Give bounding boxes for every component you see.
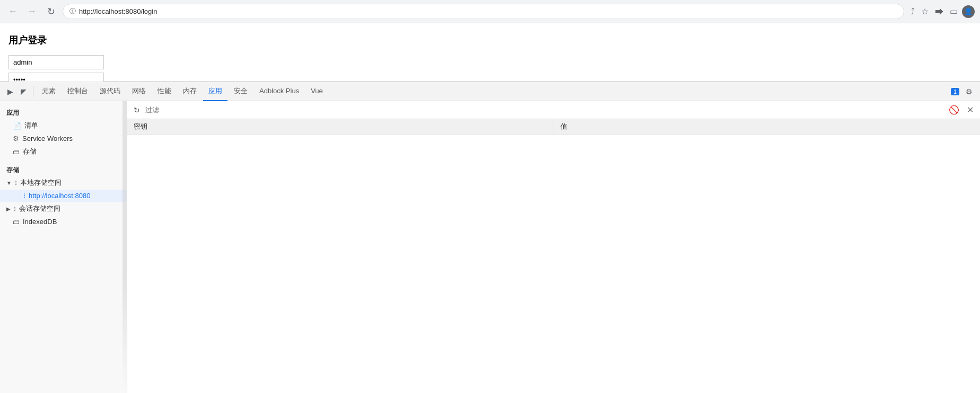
sidebar-item-indexeddb[interactable]: 🗃 IndexedDB: [0, 216, 127, 228]
sidebar-item-local-storage-label: 本地存储空间: [20, 178, 62, 187]
tab-security[interactable]: 安全: [229, 82, 253, 101]
address-bar[interactable]: ⓘ http://localhost:8080/login: [63, 4, 904, 19]
share-icon[interactable]: ⤴: [908, 5, 917, 19]
database-icon: 🗃: [13, 148, 20, 156]
devtools-settings-button[interactable]: ⚙: [962, 85, 976, 98]
sidebar-item-localhost-label: http://localhost:8080: [29, 192, 90, 200]
star-icon[interactable]: ☆: [919, 4, 931, 19]
split-icon[interactable]: ▭: [948, 4, 960, 19]
page-content: 用户登录 进入系统: [0, 23, 980, 82]
sidebar-section-storage: 存储: [0, 163, 127, 176]
devtools: ▶ ◤ 元素 控制台 源代码 网络 性能 内存 应用 安全 Adblock Pl…: [0, 82, 980, 393]
devtools-main-panel: ↻ 🚫 ✕ 密钥 值: [127, 101, 980, 393]
gear-icon: ⚙: [13, 135, 19, 142]
sidebar-item-indexeddb-label: IndexedDB: [23, 218, 57, 226]
tab-application[interactable]: 应用: [203, 82, 228, 101]
tab-performance[interactable]: 性能: [152, 82, 177, 101]
inspect-element-button[interactable]: ▶: [4, 85, 16, 98]
console-badge: 1: [951, 88, 959, 95]
chevron-right-icon: ▶: [6, 206, 11, 212]
session-grid-icon: ⁝: [14, 205, 16, 213]
sidebar-section-app: 应用: [0, 105, 127, 119]
manifest-icon: 📄: [13, 122, 21, 130]
sidebar-scrollbar[interactable]: [122, 101, 127, 393]
sidebar-item-service-workers-label: Service Workers: [22, 135, 73, 142]
reload-button[interactable]: ↻: [43, 4, 58, 19]
sidebar-item-storage-label: 存储: [23, 147, 37, 156]
browser-actions: ⤴ ☆ 🠲 ▭ 👤: [908, 4, 975, 19]
sidebar-item-session-storage-label: 会话存储空间: [19, 204, 60, 213]
panel-refresh-button[interactable]: ↻: [132, 105, 142, 115]
tab-console[interactable]: 控制台: [62, 82, 93, 101]
devtools-body: 应用 📄 清单 ⚙ Service Workers 🗃 存储 存储 ▼ ⁝ 本地…: [0, 101, 980, 393]
browser-chrome: ← → ↻ ⓘ http://localhost:8080/login ⤴ ☆ …: [0, 0, 980, 23]
filter-input[interactable]: [145, 106, 943, 114]
col-header-value: 值: [554, 119, 980, 135]
username-input[interactable]: [8, 55, 104, 69]
panel-close-button[interactable]: ✕: [965, 104, 976, 116]
extension-icon[interactable]: 🠲: [933, 5, 946, 19]
chevron-down-icon: ▼: [6, 180, 12, 186]
indexeddb-icon: 🗃: [13, 218, 20, 226]
sidebar-item-storage[interactable]: 🗃 存储: [0, 145, 127, 158]
back-button[interactable]: ←: [5, 4, 20, 19]
devtools-sidebar: 应用 📄 清单 ⚙ Service Workers 🗃 存储 存储 ▼ ⁝ 本地…: [0, 101, 127, 393]
table-wrapper: 密钥 值: [127, 119, 980, 393]
url-text: http://localhost:8080/login: [79, 7, 157, 15]
forward-button[interactable]: →: [24, 4, 39, 19]
data-table: 密钥 值: [127, 119, 980, 135]
toolbar-divider: [33, 86, 33, 97]
panel-clear-button[interactable]: 🚫: [947, 104, 961, 116]
profile-icon[interactable]: 👤: [962, 5, 975, 18]
sidebar-item-service-workers[interactable]: ⚙ Service Workers: [0, 132, 127, 145]
sidebar-item-localhost[interactable]: ⁝ http://localhost:8080: [0, 190, 127, 202]
col-header-key: 密钥: [127, 119, 554, 135]
devtools-toolbar: ▶ ◤ 元素 控制台 源代码 网络 性能 内存 应用 安全 Adblock Pl…: [0, 82, 980, 101]
sidebar-item-session-storage[interactable]: ▶ ⁝ 会话存储空间: [0, 202, 127, 216]
tab-source[interactable]: 源代码: [94, 82, 126, 101]
page-title: 用户登录: [8, 34, 972, 47]
sidebar-item-manifest-label: 清单: [24, 121, 38, 130]
tab-adblock[interactable]: Adblock Plus: [254, 82, 304, 101]
tab-vue[interactable]: Vue: [305, 82, 328, 101]
local-storage-grid-icon: ⁝: [15, 179, 17, 187]
sidebar-item-local-storage[interactable]: ▼ ⁝ 本地存储空间: [0, 176, 127, 190]
tab-memory[interactable]: 内存: [178, 82, 202, 101]
tab-network[interactable]: 网络: [127, 82, 151, 101]
grid-icon: ⁝: [23, 192, 25, 200]
tab-elements[interactable]: 元素: [37, 82, 61, 101]
sidebar-item-manifest[interactable]: 📄 清单: [0, 119, 127, 132]
panel-toolbar: ↻ 🚫 ✕: [127, 101, 980, 119]
device-toolbar-button[interactable]: ◤: [18, 85, 30, 98]
lock-icon: ⓘ: [69, 7, 76, 16]
